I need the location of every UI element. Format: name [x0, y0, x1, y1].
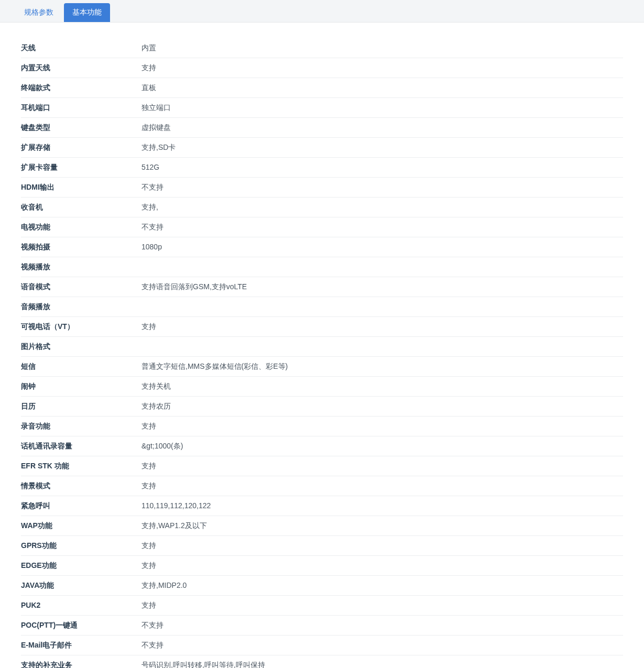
spec-value: 110,119,112,120,122 [141, 496, 623, 516]
spec-label: 电视功能 [21, 217, 141, 237]
spec-value: 支持 [141, 536, 623, 556]
table-row: WAP功能支持,WAP1.2及以下 [21, 516, 623, 536]
spec-value: 直板 [141, 78, 623, 98]
table-row: 内置天线支持 [21, 58, 623, 78]
spec-value: 不支持 [141, 178, 623, 198]
spec-value: 不支持 [141, 636, 623, 655]
spec-label: 扩展卡容量 [21, 158, 141, 178]
spec-value: 支持 [141, 317, 623, 337]
table-row: 语音模式支持语音回落到GSM,支持voLTE [21, 277, 623, 297]
spec-value: 不支持 [141, 217, 623, 237]
spec-value: 普通文字短信,MMS多媒体短信(彩信、彩E等) [141, 357, 623, 377]
table-row: 短信普通文字短信,MMS多媒体短信(彩信、彩E等) [21, 357, 623, 377]
spec-label: 话机通讯录容量 [21, 436, 141, 456]
table-row: 日历支持农历 [21, 397, 623, 417]
spec-value: 512G [141, 158, 623, 178]
table-row: EFR STK 功能支持 [21, 456, 623, 476]
spec-label: 情景模式 [21, 476, 141, 496]
table-row: HDMI输出不支持 [21, 178, 623, 198]
table-row: 音频播放 [21, 297, 623, 317]
spec-label: 终端款式 [21, 78, 141, 98]
spec-label: 闹钟 [21, 377, 141, 397]
spec-label: 键盘类型 [21, 118, 141, 138]
spec-label: HDMI输出 [21, 178, 141, 198]
spec-table: 天线内置内置天线支持终端款式直板耳机端口独立端口键盘类型虚拟键盘扩展存储支持,S… [21, 38, 623, 668]
spec-value: 号码识别,呼叫转移,呼叫等待,呼叫保持 [141, 655, 623, 669]
table-row: 录音功能支持 [21, 417, 623, 436]
spec-value: 虚拟键盘 [141, 118, 623, 138]
spec-label: 耳机端口 [21, 98, 141, 118]
spec-value: 支持,MIDP2.0 [141, 576, 623, 596]
spec-label: 支持的补充业务 [21, 655, 141, 669]
spec-label: 可视电话（VT） [21, 317, 141, 337]
spec-value: 支持 [141, 476, 623, 496]
table-row: 电视功能不支持 [21, 217, 623, 237]
table-row: 收音机支持, [21, 198, 623, 217]
table-row: 情景模式支持 [21, 476, 623, 496]
table-row: 扩展存储支持,SD卡 [21, 138, 623, 158]
spec-value: 支持 [141, 456, 623, 476]
content-area: 天线内置内置天线支持终端款式直板耳机端口独立端口键盘类型虚拟键盘扩展存储支持,S… [0, 23, 644, 668]
spec-value: 独立端口 [141, 98, 623, 118]
spec-value: 支持, [141, 198, 623, 217]
spec-label: 图片格式 [21, 337, 141, 357]
table-row: 视频拍摄1080p [21, 237, 623, 257]
table-row: 键盘类型虚拟键盘 [21, 118, 623, 138]
table-row: 闹钟支持关机 [21, 377, 623, 397]
spec-label: E-Mail电子邮件 [21, 636, 141, 655]
spec-label: WAP功能 [21, 516, 141, 536]
spec-value: 支持,SD卡 [141, 138, 623, 158]
spec-value [141, 257, 623, 277]
spec-label: 收音机 [21, 198, 141, 217]
spec-label: 内置天线 [21, 58, 141, 78]
spec-label: 日历 [21, 397, 141, 417]
table-row: EDGE功能支持 [21, 556, 623, 576]
table-row: 扩展卡容量512G [21, 158, 623, 178]
spec-label: 视频播放 [21, 257, 141, 277]
spec-label: 紧急呼叫 [21, 496, 141, 516]
table-row: 天线内置 [21, 38, 623, 58]
table-row: 话机通讯录容量&gt;1000(条) [21, 436, 623, 456]
spec-value: 支持 [141, 596, 623, 616]
spec-label: 语音模式 [21, 277, 141, 297]
table-row: E-Mail电子邮件不支持 [21, 636, 623, 655]
spec-label: GPRS功能 [21, 536, 141, 556]
spec-value [141, 337, 623, 357]
spec-label: 视频拍摄 [21, 237, 141, 257]
tabs-bar: 规格参数 基本功能 [0, 0, 644, 23]
page-container: 规格参数 基本功能 天线内置内置天线支持终端款式直板耳机端口独立端口键盘类型虚拟… [0, 0, 644, 668]
spec-label: JAVA功能 [21, 576, 141, 596]
tab-basic-functions[interactable]: 基本功能 [64, 3, 110, 22]
spec-value: 支持 [141, 58, 623, 78]
spec-label: POC(PTT)一键通 [21, 616, 141, 636]
spec-label: 天线 [21, 38, 141, 58]
spec-label: EFR STK 功能 [21, 456, 141, 476]
tab-specs[interactable]: 规格参数 [16, 3, 62, 22]
spec-value: 支持农历 [141, 397, 623, 417]
table-row: 耳机端口独立端口 [21, 98, 623, 118]
table-row: 图片格式 [21, 337, 623, 357]
table-row: 支持的补充业务号码识别,呼叫转移,呼叫等待,呼叫保持 [21, 655, 623, 669]
table-row: 紧急呼叫110,119,112,120,122 [21, 496, 623, 516]
spec-value: 支持语音回落到GSM,支持voLTE [141, 277, 623, 297]
table-row: POC(PTT)一键通不支持 [21, 616, 623, 636]
table-row: 视频播放 [21, 257, 623, 277]
spec-label: EDGE功能 [21, 556, 141, 576]
spec-value: 支持 [141, 556, 623, 576]
spec-value: 内置 [141, 38, 623, 58]
spec-value: 支持,WAP1.2及以下 [141, 516, 623, 536]
spec-value: 支持关机 [141, 377, 623, 397]
spec-value: 支持 [141, 417, 623, 436]
table-row: PUK2支持 [21, 596, 623, 616]
spec-label: 短信 [21, 357, 141, 377]
spec-value: &gt;1000(条) [141, 436, 623, 456]
spec-label: 录音功能 [21, 417, 141, 436]
spec-value: 不支持 [141, 616, 623, 636]
table-row: 终端款式直板 [21, 78, 623, 98]
table-row: JAVA功能支持,MIDP2.0 [21, 576, 623, 596]
spec-label: PUK2 [21, 596, 141, 616]
table-row: 可视电话（VT）支持 [21, 317, 623, 337]
spec-value [141, 297, 623, 317]
spec-value: 1080p [141, 237, 623, 257]
spec-label: 音频播放 [21, 297, 141, 317]
